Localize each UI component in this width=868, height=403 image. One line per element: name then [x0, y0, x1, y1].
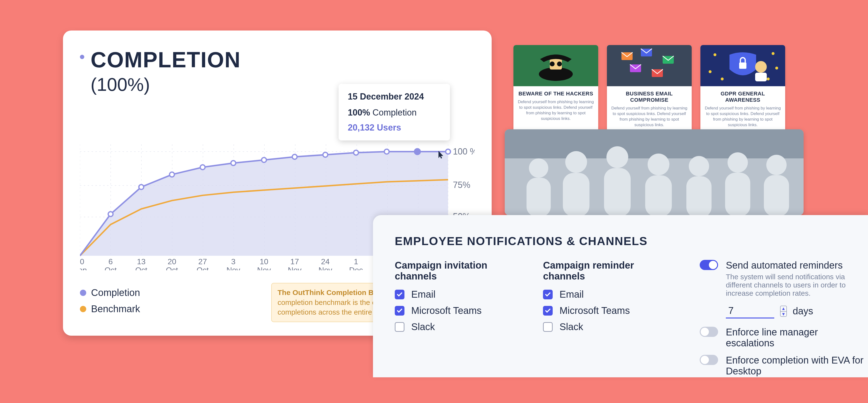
- checkbox-checked-icon: [543, 290, 553, 299]
- svg-text:Oct: Oct: [135, 266, 147, 270]
- svg-rect-72: [739, 62, 746, 69]
- legend-benchmark: Benchmark: [80, 304, 140, 314]
- svg-point-18: [169, 172, 175, 177]
- team-photo: [505, 129, 804, 215]
- svg-point-81: [607, 146, 628, 168]
- svg-point-22: [292, 155, 297, 159]
- svg-point-57: [550, 62, 555, 66]
- checkbox-checked-icon: [543, 306, 553, 316]
- svg-text:Oct: Oct: [166, 266, 178, 270]
- bullet-icon: [80, 55, 84, 59]
- svg-point-69: [709, 70, 712, 73]
- invite-teams-checkbox[interactable]: Microsoft Teams: [395, 305, 509, 316]
- svg-text:Nov: Nov: [226, 266, 240, 270]
- chart-legend: Completion Benchmark: [80, 287, 140, 320]
- chart-tooltip: 15 December 2024 100% Completion 20,132 …: [339, 84, 450, 141]
- eva-toggle[interactable]: [700, 355, 718, 365]
- reminder-title: Campaign reminder channels: [543, 260, 656, 282]
- stepper-down-icon[interactable]: ▼: [781, 312, 786, 317]
- svg-rect-74: [755, 73, 767, 82]
- legend-completion: Completion: [80, 287, 140, 298]
- svg-text:Dec: Dec: [349, 266, 363, 270]
- checkbox-unchecked-icon: [543, 322, 553, 332]
- card-desc: Defend yourself from phishing by learnin…: [701, 105, 785, 128]
- escalations-toggle[interactable]: [700, 327, 718, 337]
- invite-email-checkbox[interactable]: Email: [395, 289, 509, 300]
- card-title: GDPR GENERAL AWARENESS: [703, 91, 782, 103]
- svg-text:20: 20: [167, 257, 176, 266]
- training-card-gdpr[interactable]: GDPR GENERAL AWARENESS Defend yourself f…: [701, 45, 785, 133]
- legend-completion-label: Completion: [91, 287, 140, 298]
- svg-point-26: [414, 149, 420, 155]
- tooltip-pct-label: Completion: [370, 107, 416, 118]
- card-image-gdpr-icon: [701, 45, 785, 86]
- escalations-label: Enforce line manager escalations: [726, 327, 868, 348]
- svg-rect-78: [527, 178, 551, 215]
- legend-benchmark-label: Benchmark: [91, 304, 140, 314]
- invite-email-label: Email: [411, 289, 435, 300]
- remind-email-checkbox[interactable]: Email: [543, 289, 656, 300]
- svg-point-83: [648, 154, 670, 175]
- svg-point-68: [775, 67, 778, 69]
- notifications-heading: EMPLOYEE NOTIFICATIONS & CHANNELS: [395, 235, 868, 248]
- svg-rect-86: [686, 176, 712, 215]
- legend-dot-benchmark-icon: [80, 306, 86, 312]
- completion-title: COMPLETION: [91, 48, 241, 72]
- svg-point-21: [261, 157, 267, 162]
- svg-text:Nov: Nov: [318, 266, 332, 270]
- invitation-channels-col: Campaign invitation channels Email Micro…: [395, 260, 509, 383]
- auto-reminders-label: Send automated reminders: [726, 260, 868, 271]
- svg-text:6: 6: [108, 257, 113, 266]
- svg-point-71: [767, 78, 770, 81]
- svg-point-85: [689, 156, 709, 176]
- svg-text:24: 24: [321, 257, 330, 266]
- remind-slack-checkbox[interactable]: Slack: [543, 321, 656, 332]
- svg-rect-88: [725, 173, 750, 215]
- remind-slack-label: Slack: [559, 321, 583, 332]
- reminder-days-input[interactable]: [726, 304, 774, 318]
- svg-text:Oct: Oct: [197, 266, 209, 270]
- svg-point-17: [139, 185, 144, 189]
- legend-dot-completion-icon: [80, 290, 86, 296]
- card-image-bec-icon: [607, 45, 692, 86]
- remind-email-label: Email: [559, 289, 584, 300]
- svg-point-67: [772, 52, 775, 55]
- card-desc: Defend yourself from phishing by learnin…: [607, 105, 692, 128]
- svg-point-89: [766, 155, 786, 175]
- checkbox-checked-icon: [395, 290, 404, 299]
- auto-reminders-desc: The system will send notifications via d…: [726, 273, 868, 298]
- remind-teams-checkbox[interactable]: Microsoft Teams: [543, 305, 656, 316]
- tooltip-date: 15 December 2024: [348, 92, 441, 102]
- svg-text:1: 1: [354, 257, 358, 266]
- svg-text:Oct: Oct: [104, 266, 117, 270]
- card-image-hackers-icon: [514, 45, 598, 86]
- svg-point-58: [557, 62, 562, 66]
- svg-text:Nov: Nov: [288, 266, 302, 270]
- stepper-up-icon[interactable]: ▲: [781, 306, 786, 312]
- svg-point-70: [721, 78, 724, 81]
- svg-text:Sep: Sep: [80, 266, 87, 270]
- svg-point-66: [713, 53, 716, 56]
- auto-reminders-toggle[interactable]: [700, 260, 718, 270]
- svg-text:10: 10: [259, 257, 268, 266]
- auto-reminders-row: Send automated reminders The system will…: [700, 260, 868, 298]
- svg-rect-84: [645, 175, 672, 215]
- svg-text:13: 13: [137, 257, 146, 266]
- svg-point-16: [108, 212, 113, 217]
- svg-rect-90: [764, 175, 789, 215]
- completion-subtitle: (100%): [91, 74, 241, 95]
- svg-point-87: [727, 152, 748, 173]
- svg-point-20: [231, 161, 236, 165]
- training-card-bec[interactable]: BUSINESS EMAIL COMPROMISE Defend yoursel…: [607, 45, 692, 133]
- svg-rect-80: [563, 173, 589, 215]
- eva-row: Enforce completion with EVA for Desktop: [700, 355, 868, 377]
- training-card-hackers[interactable]: BEWARE OF THE HACKERS Defend yourself fr…: [514, 45, 598, 133]
- reminder-days-row: ▲ ▼ days: [726, 304, 868, 318]
- svg-point-73: [755, 61, 767, 73]
- svg-point-23: [323, 152, 328, 157]
- svg-point-79: [565, 151, 587, 173]
- reminder-days-stepper[interactable]: ▲ ▼: [780, 306, 787, 317]
- invite-slack-checkbox[interactable]: Slack: [395, 321, 509, 332]
- svg-rect-82: [604, 168, 631, 215]
- svg-point-77: [529, 158, 548, 178]
